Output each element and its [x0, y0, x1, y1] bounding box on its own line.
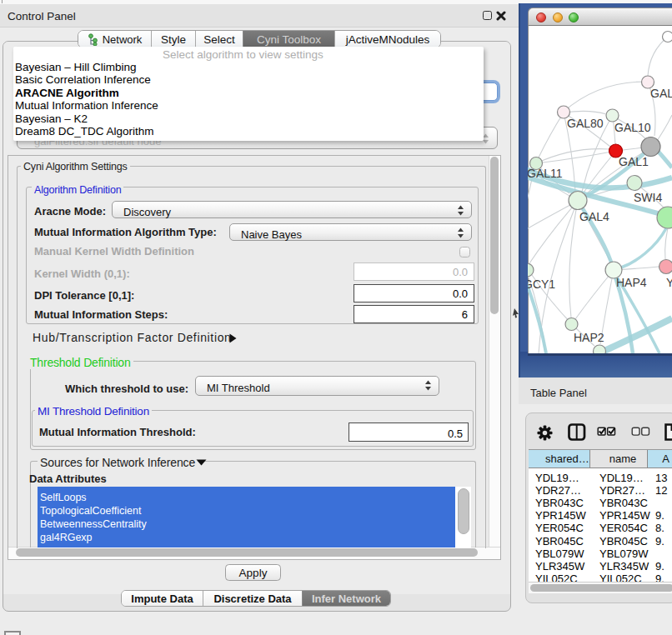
- svg-text:Y: Y: [666, 276, 672, 289]
- svg-text:HAP4: HAP4: [616, 276, 647, 289]
- svg-text:SWI4: SWI4: [634, 191, 662, 204]
- svg-text:HAP2: HAP2: [574, 331, 604, 344]
- svg-text:GCY1: GCY1: [528, 278, 555, 291]
- svg-text:GAL1: GAL1: [619, 155, 649, 168]
- svg-text:GAL7: GAL7: [650, 87, 672, 100]
- svg-text:GAL4: GAL4: [579, 210, 609, 223]
- svg-text:GAL10: GAL10: [614, 121, 651, 134]
- svg-text:GAL80: GAL80: [567, 117, 604, 130]
- svg-text:GAL11: GAL11: [528, 167, 563, 180]
